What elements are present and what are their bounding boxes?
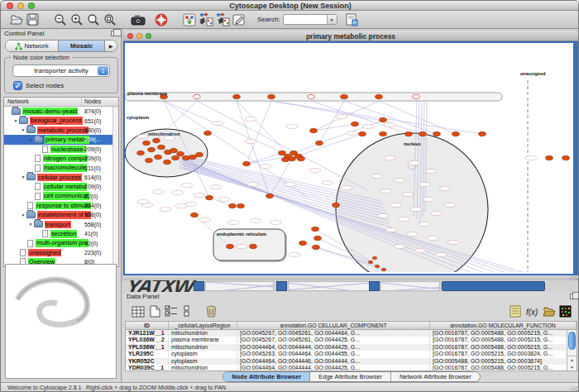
disclosure-triangle-icon[interactable]: ▼ [27, 137, 34, 142]
scrollbar-thumb[interactable] [568, 332, 576, 350]
resize-grip-icon[interactable] [571, 386, 579, 391]
disclosure-triangle-icon[interactable]: ▼ [27, 222, 34, 227]
tree-row[interactable]: unassigned223(0) [4, 248, 118, 257]
tab-overflow-arrow[interactable]: ▶ [105, 41, 117, 51]
unselect-attributes-icon[interactable] [179, 304, 196, 320]
tab-mosaic[interactable]: Mosaic [58, 41, 105, 51]
tab-network-attribute-browser[interactable]: Network Attribute Browser [390, 372, 480, 381]
tree-row[interactable]: response to stimulu264(0) [4, 201, 118, 210]
table-scrollbar[interactable]: ▲▼ [567, 330, 577, 370]
folder-icon [26, 127, 36, 133]
tree-item-label: metabolic process [37, 127, 89, 135]
table-cell: [GO:0016787, GO:0005488, GO:0005215, G..… [430, 344, 577, 351]
node-label-bubble [402, 192, 414, 196]
column-header[interactable]: ID [126, 322, 169, 329]
node [405, 131, 413, 136]
tree-row[interactable]: ▼primary metabo209(... [4, 135, 118, 144]
float-panel-icon[interactable] [570, 294, 577, 299]
table-row[interactable]: YKR052Ccytoplasm[GO:0044464, GO:0044446,… [126, 358, 577, 365]
attribute-list-icon[interactable] [507, 304, 524, 320]
new-attribute-icon[interactable] [146, 304, 163, 320]
tree-row[interactable]: ▼cellular process614(0) [4, 173, 118, 182]
import-attributes-icon[interactable] [540, 304, 557, 320]
disclosure-triangle-icon[interactable]: ▼ [20, 213, 26, 218]
app-titlebar[interactable]: Cytoscape Desktop (New Session) [1, 1, 579, 11]
column-header[interactable]: _cellularLayoutRegion [169, 322, 237, 329]
zoom-selected-icon[interactable] [85, 12, 102, 28]
table-cell: [GO:0016787, GO:0005488, GO:0005215, G..… [430, 365, 577, 371]
column-header[interactable]: annotation.GO CELLULAR_COMPONENT [237, 322, 430, 329]
tab-edge-attribute-browser[interactable]: Edge Attribute Browser [309, 372, 390, 381]
save-icon[interactable] [24, 12, 41, 28]
cytoscape-window: Cytoscape Desktop (New Session) Search: … [0, 0, 579, 392]
tree-row[interactable]: nucleobase-209(0) [4, 145, 118, 154]
zoom-in-icon[interactable] [69, 12, 85, 28]
function-builder-icon[interactable]: f(x) [524, 304, 540, 320]
search-label: Search: [257, 16, 280, 23]
node-label-bubble [423, 197, 434, 201]
select-nodes-checkbox[interactable]: ✓ [13, 81, 22, 90]
node-color-dropdown-value: transporter activity [34, 67, 88, 74]
tree-scrollbar[interactable] [112, 107, 118, 266]
table-row[interactable]: YPL036W__2plasma membrane[GO:0045267, GO… [126, 337, 577, 343]
node-color-dropdown[interactable]: transporter activity ▲▼ [12, 65, 110, 77]
tree-row[interactable]: multi-organism pro42(0) [4, 238, 118, 247]
delete-attribute-icon[interactable] [203, 304, 219, 320]
node-label-bubble [347, 131, 358, 135]
open-file-icon[interactable] [7, 12, 24, 28]
float-panel-icon[interactable] [111, 31, 117, 36]
node-label-bubble [414, 248, 426, 252]
tree-row[interactable]: ▼establishment of lo558(0) [4, 210, 118, 219]
attribute-table[interactable]: ID_cellularLayoutRegionannotation.GO CEL… [125, 321, 577, 371]
network-window-titlebar[interactable]: primary metabolic process [123, 31, 578, 41]
tree-row[interactable]: nitrogen compo209(0) [4, 154, 118, 163]
camera-icon[interactable] [130, 12, 146, 28]
zoom-fit-icon[interactable] [102, 12, 118, 28]
import-network-icon[interactable] [198, 12, 214, 28]
search-input[interactable]: ▼ [283, 14, 337, 25]
tree-row[interactable]: cellular metabo209(0) [4, 182, 118, 191]
network-canvas[interactable]: plasma membranecytoplasmmitochondrionnuc… [123, 41, 578, 275]
tree-row[interactable]: ▼transport558(0) [4, 220, 118, 229]
table-row[interactable]: YLR295Ccytoplasm[GO:0045263, GO:0044464,… [126, 351, 577, 357]
birdseye-view[interactable] [5, 264, 117, 379]
help-ring-icon[interactable] [153, 12, 170, 28]
scrollbar-buttons[interactable]: ▲▼ [567, 356, 577, 370]
tree-item-node-count: 209(0) [84, 155, 101, 161]
table-row[interactable]: YPL036W__1mitochondrion[GO:0044464, GO:0… [126, 344, 577, 351]
node-label-bubble [377, 213, 389, 218]
table-cell: mitochondrion [169, 344, 237, 351]
attribute-matrix-icon[interactable] [557, 304, 573, 320]
vizmapper-icon[interactable] [344, 12, 361, 28]
disclosure-triangle-icon[interactable]: ▼ [12, 118, 19, 123]
annotation-icon[interactable] [231, 12, 247, 28]
tab-network[interactable]: Network [6, 41, 58, 51]
tree-row[interactable]: macromolecule311(0) [4, 163, 118, 172]
zoom-out-icon[interactable] [52, 12, 69, 28]
select-attributes-icon[interactable] [163, 304, 179, 320]
disclosure-triangle-icon[interactable]: ▼ [20, 174, 26, 179]
tree-item-node-count: 223(0) [84, 250, 101, 256]
search-dropdown-arrow[interactable]: ▼ [327, 15, 337, 24]
column-header[interactable]: annotation.GO MOLECULAR_FUNCTION [430, 322, 577, 329]
attribute-table-icon[interactable] [130, 304, 146, 320]
disclosure-triangle-icon[interactable]: ▼ [20, 127, 26, 132]
main-toolbar: Search: ▼ [1, 11, 579, 29]
node [289, 156, 296, 160]
node [177, 151, 184, 155]
table-row[interactable]: YJR121W__1mitochondrion[GO:0045267, GO:0… [126, 330, 577, 337]
tree-row[interactable]: mosaic-demo-yeast874(0) [4, 107, 118, 116]
edge [237, 101, 270, 196]
node [268, 94, 275, 98]
tree-row[interactable]: ▼biological_process651(0) [4, 116, 118, 125]
network-overview-icon[interactable] [181, 12, 198, 28]
node-label-bubble [394, 178, 405, 182]
tab-node-attribute-browser[interactable]: Node Attribute Browser [223, 372, 309, 381]
node [546, 155, 553, 160]
tree-row[interactable]: secretion41(0) [4, 229, 118, 238]
tree-row[interactable]: ▼metabolic process280(0) [4, 126, 118, 135]
table-row[interactable]: YDR039C__1mitochondrion[GO:0044464, GO:0… [126, 365, 577, 371]
table-cell: [GO:0016787, GO:0005215, GO:0003824, G..… [430, 351, 577, 357]
export-network-icon[interactable] [214, 12, 231, 28]
tree-row[interactable]: cell communicat22(0) [4, 192, 118, 201]
